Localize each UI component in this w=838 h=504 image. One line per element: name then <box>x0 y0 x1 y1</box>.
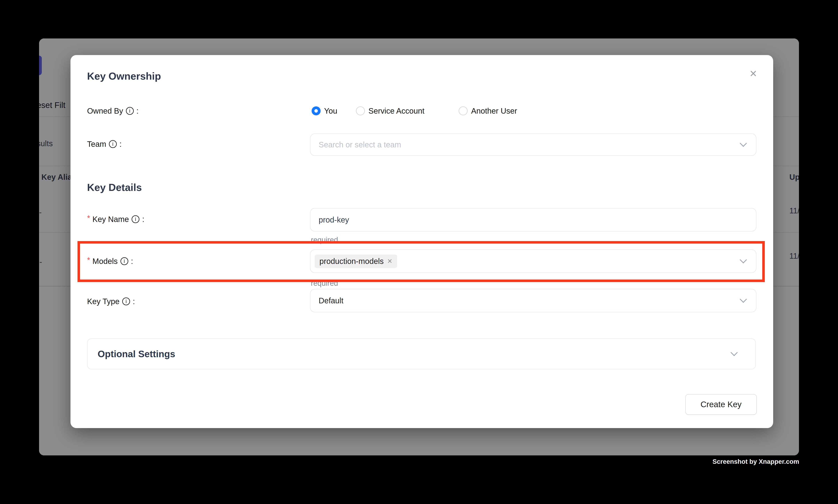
radio-unselected-icon <box>356 106 365 115</box>
required-asterisk: * <box>87 256 90 265</box>
section-title-key-ownership: Key Ownership <box>87 70 161 82</box>
models-select[interactable]: production-models ✕ <box>310 250 756 273</box>
key-name-label: * Key Name i : <box>87 214 144 224</box>
info-icon[interactable]: i <box>122 298 130 305</box>
info-glyph: i <box>135 216 136 222</box>
selected-model-tag: production-models ✕ <box>315 254 397 268</box>
selected-model-tag-text: production-models <box>319 257 384 266</box>
radio-owned-by-service-account[interactable]: Service Account <box>356 105 425 116</box>
screenshot-canvas: eset Filt sults Key Alia Up - 11/ - 11/ … <box>0 0 838 504</box>
radio-unselected-icon <box>459 106 468 115</box>
info-glyph: i <box>124 258 125 264</box>
create-key-button[interactable]: Create Key <box>685 394 757 415</box>
key-name-input[interactable] <box>310 208 756 232</box>
owned-by-label-text: Owned By <box>87 107 123 115</box>
team-label-text: Team <box>87 140 106 148</box>
radio-label: You <box>324 107 337 115</box>
label-colon: : <box>142 215 144 224</box>
models-required-message: required <box>311 279 338 288</box>
required-asterisk: * <box>87 214 90 222</box>
chevron-down-icon <box>740 296 747 303</box>
info-glyph: i <box>112 141 113 147</box>
info-icon[interactable]: i <box>131 215 139 223</box>
optional-settings-title: Optional Settings <box>97 349 175 359</box>
radio-label: Service Account <box>369 107 425 115</box>
team-label: Team i : <box>87 139 122 149</box>
section-title-key-details: Key Details <box>87 182 142 193</box>
watermark-credit: Screenshot by Xnapper.com <box>712 458 799 465</box>
close-icon[interactable]: ✕ <box>747 68 759 79</box>
info-icon[interactable]: i <box>121 257 128 265</box>
label-colon: : <box>120 140 122 148</box>
radio-label: Another User <box>471 107 517 115</box>
key-name-label-text: Key Name <box>92 215 129 224</box>
key-type-select[interactable]: Default <box>310 289 756 312</box>
chevron-down-icon <box>740 256 747 264</box>
label-colon: : <box>131 257 133 266</box>
key-name-required-message: required <box>311 236 338 244</box>
label-colon: : <box>137 107 139 115</box>
optional-settings-toggle[interactable]: Optional Settings <box>87 339 756 369</box>
owned-by-label: Owned By i : <box>87 106 139 116</box>
key-type-label: Key Type i : <box>87 296 135 306</box>
key-type-label-text: Key Type <box>87 297 120 306</box>
radio-selected-icon <box>311 106 321 115</box>
team-select[interactable]: Search or select a team <box>310 133 756 156</box>
models-label: * Models i : <box>87 256 133 266</box>
remove-tag-icon[interactable]: ✕ <box>387 257 392 265</box>
chevron-down-icon <box>740 140 747 147</box>
info-icon[interactable]: i <box>126 107 134 115</box>
info-glyph: i <box>129 108 130 114</box>
info-icon[interactable]: i <box>109 140 117 148</box>
background-app-window: eset Filt sults Key Alia Up - 11/ - 11/ … <box>39 38 799 455</box>
team-select-placeholder: Search or select a team <box>310 140 401 149</box>
close-glyph: ✕ <box>749 69 757 79</box>
radio-owned-by-you[interactable]: You <box>311 105 337 116</box>
create-key-modal: Key Ownership ✕ Owned By i : You Service… <box>70 55 773 428</box>
models-label-text: Models <box>92 257 118 266</box>
key-type-selected-value: Default <box>310 296 343 305</box>
chevron-down-icon <box>731 349 738 356</box>
label-colon: : <box>133 297 135 306</box>
info-glyph: i <box>126 299 127 305</box>
radio-owned-by-another-user[interactable]: Another User <box>459 105 517 116</box>
